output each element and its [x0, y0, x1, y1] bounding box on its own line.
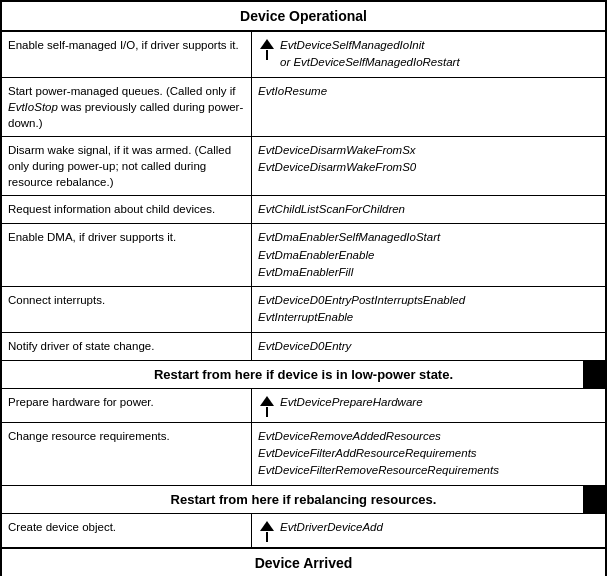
rows-group-2: Prepare hardware for power.EvtDevicePrep…	[2, 389, 605, 485]
right-cell-text: EvtDeviceDisarmWakeFromSxEvtDeviceDisarm…	[258, 142, 599, 177]
right-cell: EvtDeviceD0Entry	[252, 333, 605, 360]
right-cell: EvtDmaEnablerSelfManagedIoStartEvtDmaEna…	[252, 224, 605, 286]
left-cell: Enable self-managed I/O, if driver suppo…	[2, 32, 252, 77]
right-cell-text: EvtDeviceSelfManagedIoInitor EvtDeviceSe…	[280, 37, 599, 72]
left-cell: Prepare hardware for power.	[2, 389, 252, 422]
arrow-head	[260, 39, 274, 49]
arrow-line	[266, 532, 268, 542]
arrow-head	[260, 396, 274, 406]
table-row: Connect interrupts.EvtDeviceD0EntryPostI…	[2, 287, 605, 333]
right-cell: EvtDeviceRemoveAddedResourcesEvtDeviceFi…	[252, 423, 605, 485]
left-cell: Disarm wake signal, if it was armed. (Ca…	[2, 137, 252, 195]
left-cell: Enable DMA, if driver supports it.	[2, 224, 252, 286]
arrow-up-icon	[258, 519, 276, 542]
rows-group-1: Enable self-managed I/O, if driver suppo…	[2, 32, 605, 360]
right-cell-text: EvtChildListScanForChildren	[258, 201, 599, 218]
left-cell: Change resource requirements.	[2, 423, 252, 485]
table-row: Request information about child devices.…	[2, 196, 605, 224]
right-cell: EvtIoResume	[252, 78, 605, 136]
left-cell: Create device object.	[2, 514, 252, 547]
right-cell: EvtChildListScanForChildren	[252, 196, 605, 223]
black-box-2	[583, 486, 605, 513]
rows-group-3: Create device object.EvtDriverDeviceAdd	[2, 514, 605, 547]
right-cell: EvtDeviceD0EntryPostInterruptsEnabledEvt…	[252, 287, 605, 332]
arrow-head	[260, 521, 274, 531]
arrow-line	[266, 50, 268, 60]
arrow-up-icon	[258, 394, 276, 417]
table-row: Prepare hardware for power.EvtDevicePrep…	[2, 389, 605, 423]
banner-low-power-text: Restart from here if device is in low-po…	[154, 367, 453, 382]
right-cell: EvtDeviceSelfManagedIoInitor EvtDeviceSe…	[252, 32, 605, 77]
left-cell: Notify driver of state change.	[2, 333, 252, 360]
right-cell-text: EvtIoResume	[258, 83, 599, 100]
table-row: Notify driver of state change.EvtDeviceD…	[2, 333, 605, 360]
header-title: Device Operational	[240, 8, 367, 24]
black-box-1	[583, 361, 605, 388]
banner-low-power: Restart from here if device is in low-po…	[2, 360, 605, 389]
right-cell-text: EvtDevicePrepareHardware	[280, 394, 599, 411]
right-cell-text: EvtDeviceRemoveAddedResourcesEvtDeviceFi…	[258, 428, 599, 480]
right-cell-text: EvtDeviceD0EntryPostInterruptsEnabledEvt…	[258, 292, 599, 327]
right-cell-text: EvtDmaEnablerSelfManagedIoStartEvtDmaEna…	[258, 229, 599, 281]
table-row: Start power-managed queues. (Called only…	[2, 78, 605, 137]
banner-rebalancing-text: Restart from here if rebalancing resourc…	[171, 492, 437, 507]
table-row: Disarm wake signal, if it was armed. (Ca…	[2, 137, 605, 196]
right-cell-text: EvtDriverDeviceAdd	[280, 519, 599, 536]
table-row: Create device object.EvtDriverDeviceAdd	[2, 514, 605, 547]
arrow-line	[266, 407, 268, 417]
right-cell: EvtDeviceDisarmWakeFromSxEvtDeviceDisarm…	[252, 137, 605, 195]
main-container: Device Operational Enable self-managed I…	[0, 0, 607, 576]
right-cell-text: EvtDeviceD0Entry	[258, 338, 599, 355]
arrow-up-icon	[258, 37, 276, 60]
footer: Device Arrived	[2, 547, 605, 576]
left-cell: Start power-managed queues. (Called only…	[2, 78, 252, 136]
header: Device Operational	[2, 2, 605, 32]
banner-rebalancing: Restart from here if rebalancing resourc…	[2, 485, 605, 514]
right-cell: EvtDriverDeviceAdd	[252, 514, 605, 547]
left-cell: Request information about child devices.	[2, 196, 252, 223]
table-row: Change resource requirements.EvtDeviceRe…	[2, 423, 605, 485]
left-cell: Connect interrupts.	[2, 287, 252, 332]
right-cell: EvtDevicePrepareHardware	[252, 389, 605, 422]
table-row: Enable DMA, if driver supports it.EvtDma…	[2, 224, 605, 287]
footer-title: Device Arrived	[255, 555, 353, 571]
table-row: Enable self-managed I/O, if driver suppo…	[2, 32, 605, 78]
